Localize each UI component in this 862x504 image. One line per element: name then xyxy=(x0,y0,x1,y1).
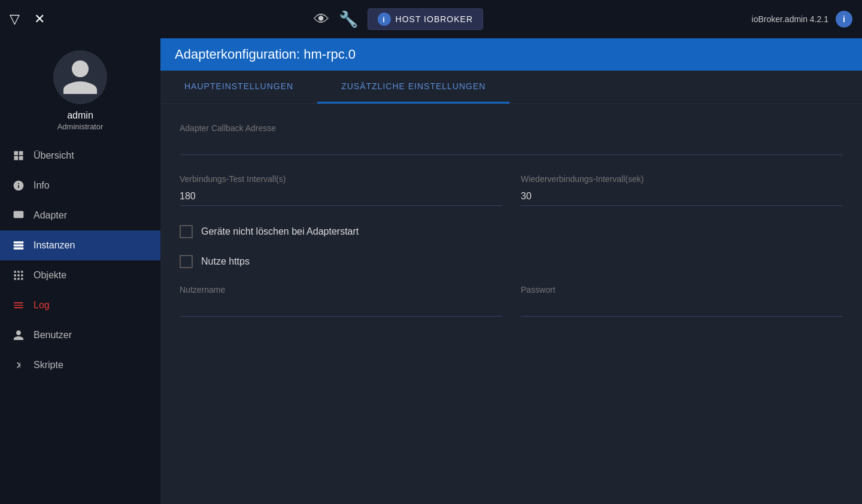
tabs-bar: HAUPTEINSTELLUNGEN ZUSÄTZLICHE EINSTELLU… xyxy=(160,71,862,104)
sidebar: admin Administrator Übersicht xyxy=(0,38,160,504)
callback-address-input[interactable] xyxy=(180,136,843,155)
sidebar-item-uebersicht[interactable]: Übersicht xyxy=(0,141,160,171)
header-nav-icons: 👁 🔧 i HOST IOBROKER xyxy=(314,8,483,30)
avatar xyxy=(53,50,107,104)
checkbox-geraete[interactable] xyxy=(180,225,193,238)
sidebar-item-log[interactable]: Log xyxy=(0,290,160,320)
hamburger-icon[interactable]: ▽ xyxy=(10,11,20,27)
svg-rect-3 xyxy=(14,247,24,249)
passwort-label: Passwort xyxy=(521,285,843,294)
host-info-icon: i xyxy=(378,13,391,26)
sidebar-item-objekte[interactable]: Objekte xyxy=(0,260,160,290)
callback-address-label: Adapter Callback Adresse xyxy=(180,123,843,133)
header-right: ioBroker.admin 4.2.1 i xyxy=(752,11,852,28)
sidebar-label-instanzen: Instanzen xyxy=(34,240,75,251)
sidebar-item-benutzer[interactable]: Benutzer xyxy=(0,320,160,350)
sidebar-label-log: Log xyxy=(34,300,50,311)
checkbox1-label: Geräte nicht löschen bei Adapterstart xyxy=(201,226,359,237)
info-icon xyxy=(12,179,25,192)
avatar-icon xyxy=(59,56,101,98)
passwort-input[interactable] xyxy=(521,298,843,317)
svg-rect-2 xyxy=(14,244,24,246)
sidebar-label-info: Info xyxy=(34,180,50,191)
version-text: ioBroker.admin 4.2.1 xyxy=(752,14,828,24)
skripte-icon xyxy=(12,359,25,372)
main-layout: admin Administrator Übersicht xyxy=(0,38,862,504)
sidebar-label-adapter: Adapter xyxy=(34,210,67,221)
benutzer-icon xyxy=(12,329,25,342)
tab-haupteinstellungen[interactable]: HAUPTEINSTELLUNGEN xyxy=(160,71,317,104)
wiederverbindung-field: Wiederverbindungs-Intervall(sek) xyxy=(521,174,843,206)
wrench-icon[interactable]: 🔧 xyxy=(339,10,358,29)
sidebar-item-skripte[interactable]: Skripte xyxy=(0,350,160,380)
nutzername-label: Nutzername xyxy=(180,285,502,294)
sidebar-item-adapter[interactable]: Adapter xyxy=(0,201,160,230)
sidebar-user-section: admin Administrator xyxy=(0,38,160,141)
sidebar-item-instanzen[interactable]: Instanzen xyxy=(0,230,160,260)
passwort-field: Passwort xyxy=(521,285,843,317)
svg-rect-1 xyxy=(14,241,24,243)
svg-rect-0 xyxy=(14,211,24,218)
adapter-icon xyxy=(12,209,25,222)
user-name: admin xyxy=(67,110,93,121)
checkbox-https[interactable] xyxy=(180,255,193,268)
instanzen-icon xyxy=(12,239,25,252)
log-icon xyxy=(12,299,25,312)
info-right-icon[interactable]: i xyxy=(836,11,852,28)
wiederverbindung-input[interactable] xyxy=(521,187,843,206)
sidebar-item-info[interactable]: Info xyxy=(0,171,160,201)
host-badge[interactable]: i HOST IOBROKER xyxy=(368,8,483,30)
host-label: HOST IOBROKER xyxy=(396,14,473,24)
sidebar-label-uebersicht: Übersicht xyxy=(34,150,74,161)
header-left: ▽ ✕ xyxy=(10,11,45,27)
eye-icon[interactable]: 👁 xyxy=(314,10,329,29)
objekte-icon xyxy=(12,269,25,282)
checkbox2-row: Nutze https xyxy=(180,255,843,268)
verbindung-label: Verbindungs-Test Intervall(s) xyxy=(180,174,502,184)
nutzername-input[interactable] xyxy=(180,298,502,317)
callback-address-field: Adapter Callback Adresse xyxy=(180,123,843,155)
sidebar-label-skripte: Skripte xyxy=(34,360,63,371)
form-area: Adapter Callback Adresse Verbindungs-Tes… xyxy=(160,104,862,504)
sidebar-label-objekte: Objekte xyxy=(34,270,66,281)
top-header: ▽ ✕ 👁 🔧 i HOST IOBROKER ioBroker.admin 4… xyxy=(0,0,862,38)
verbindung-input[interactable] xyxy=(180,187,502,206)
checkbox2-label: Nutze https xyxy=(201,256,250,267)
credentials-row: Nutzername Passwort xyxy=(180,285,843,336)
user-role: Administrator xyxy=(57,122,104,131)
nutzername-field: Nutzername xyxy=(180,285,502,317)
checkbox1-row: Geräte nicht löschen bei Adapterstart xyxy=(180,225,843,238)
content-area: Adapterkonfiguration: hm-rpc.0 HAUPTEINS… xyxy=(160,38,862,504)
sidebar-nav: Übersicht Info Adapter xyxy=(0,141,160,504)
close-icon[interactable]: ✕ xyxy=(34,11,45,27)
page-title: Adapterkonfiguration: hm-rpc.0 xyxy=(160,38,862,71)
wiederverbindung-label: Wiederverbindungs-Intervall(sek) xyxy=(521,174,843,184)
tab-zusaetzliche[interactable]: ZUSÄTZLICHE EINSTELLUNGEN xyxy=(317,71,509,104)
grid-icon xyxy=(12,149,25,162)
verbindung-field: Verbindungs-Test Intervall(s) xyxy=(180,174,502,206)
intervals-row: Verbindungs-Test Intervall(s) Wiederverb… xyxy=(180,174,843,225)
sidebar-label-benutzer: Benutzer xyxy=(34,330,72,341)
